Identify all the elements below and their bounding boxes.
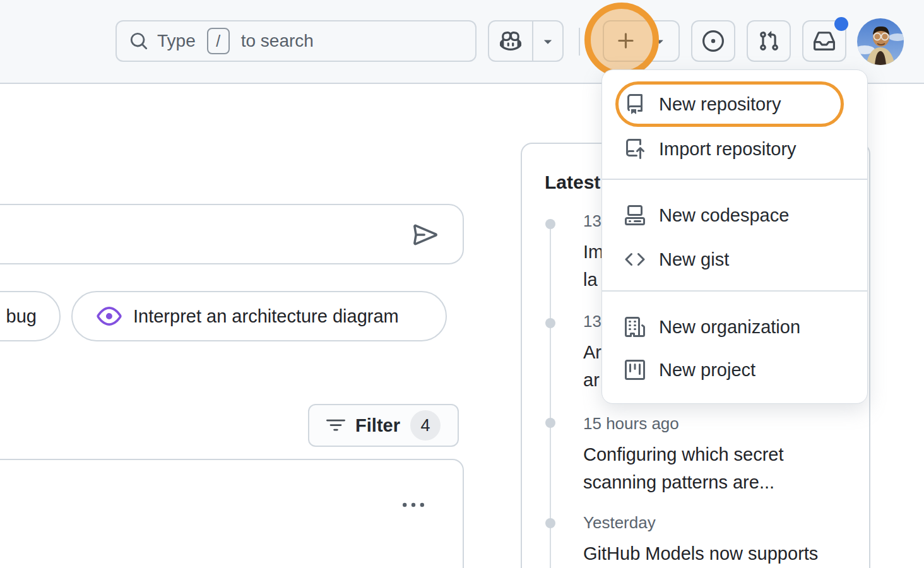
menu-item-new-project[interactable]: New project <box>602 348 867 392</box>
entry-timestamp: Yesterday <box>583 512 798 533</box>
suggestion-chip-architecture-diagram[interactable]: Interpret an architecture diagram <box>71 291 447 341</box>
pull-requests-button[interactable] <box>747 20 791 62</box>
menu-item-label: New organization <box>659 317 800 338</box>
slash-key-hint: / <box>207 28 230 54</box>
copilot-prompt-input[interactable] <box>0 204 464 264</box>
menu-divider <box>602 290 867 292</box>
avatar[interactable] <box>857 18 904 65</box>
chevron-down-icon <box>540 33 556 49</box>
project-icon <box>625 360 645 380</box>
copilot-button[interactable] <box>489 21 533 61</box>
changelog-entry: 15 hours ago Configuring which secretsca… <box>583 413 798 496</box>
menu-item-new-codespace[interactable]: New codespace <box>602 193 867 237</box>
search-icon <box>129 32 148 50</box>
filter-label: Filter <box>355 415 400 436</box>
send-icon[interactable] <box>413 223 437 247</box>
create-new-button[interactable] <box>603 20 680 62</box>
feed-card <box>0 459 464 568</box>
copilot-icon <box>500 30 521 52</box>
menu-item-new-repository[interactable]: New repository <box>602 82 867 126</box>
menu-item-label: Import repository <box>659 139 797 160</box>
eye-icon <box>97 304 122 329</box>
kebab-menu-button[interactable] <box>402 494 425 517</box>
search-input[interactable]: Type / to search <box>116 20 477 62</box>
plus-icon <box>615 30 637 52</box>
timeline-line <box>550 224 551 568</box>
chip-label: bug <box>6 306 37 327</box>
git-pull-request-icon <box>758 30 779 52</box>
timeline-dot <box>545 219 555 229</box>
filter-count-badge: 4 <box>410 410 441 441</box>
entry-timestamp: 15 hours ago <box>583 413 798 434</box>
menu-item-new-organization[interactable]: New organization <box>602 305 867 349</box>
header-divider <box>579 28 580 56</box>
menu-item-label: New repository <box>659 94 781 115</box>
copilot-menu-button[interactable] <box>533 33 562 49</box>
search-placeholder-pre: Type <box>157 31 196 51</box>
entry-title[interactable]: GitHub Models now supports <box>583 540 798 567</box>
menu-item-label: New project <box>659 360 755 381</box>
changelog-entry: Yesterday GitHub Models now supports <box>583 512 798 567</box>
chevron-down-icon <box>652 33 667 49</box>
search-placeholder-post: to search <box>241 31 314 51</box>
menu-item-import-repository[interactable]: Import repository <box>602 127 867 171</box>
menu-item-label: New codespace <box>659 205 789 226</box>
create-new-dropdown-menu: New repository Import repository New cod… <box>601 69 868 404</box>
chip-label: Interpret an architecture diagram <box>133 306 399 327</box>
timeline-dot <box>545 318 555 328</box>
issue-opened-icon <box>702 30 724 52</box>
issues-button[interactable] <box>691 20 735 62</box>
organization-icon <box>625 317 645 337</box>
unread-notification-dot <box>834 17 848 31</box>
repo-push-icon <box>625 139 645 159</box>
copilot-button-group <box>488 20 564 62</box>
menu-item-label: New gist <box>659 249 729 270</box>
filter-icon <box>326 416 345 435</box>
inbox-icon <box>814 30 835 52</box>
repo-icon <box>625 94 645 114</box>
entry-title[interactable]: Configuring which secretscanning pattern… <box>583 441 798 496</box>
code-icon <box>625 249 645 269</box>
timeline-dot <box>545 418 555 428</box>
timeline-dot <box>545 518 555 528</box>
menu-divider <box>602 179 867 180</box>
codespaces-icon <box>625 205 645 225</box>
suggestion-chip-bug[interactable]: bug <box>0 291 61 341</box>
menu-item-new-gist[interactable]: New gist <box>602 237 867 281</box>
filter-button[interactable]: Filter 4 <box>308 404 459 447</box>
